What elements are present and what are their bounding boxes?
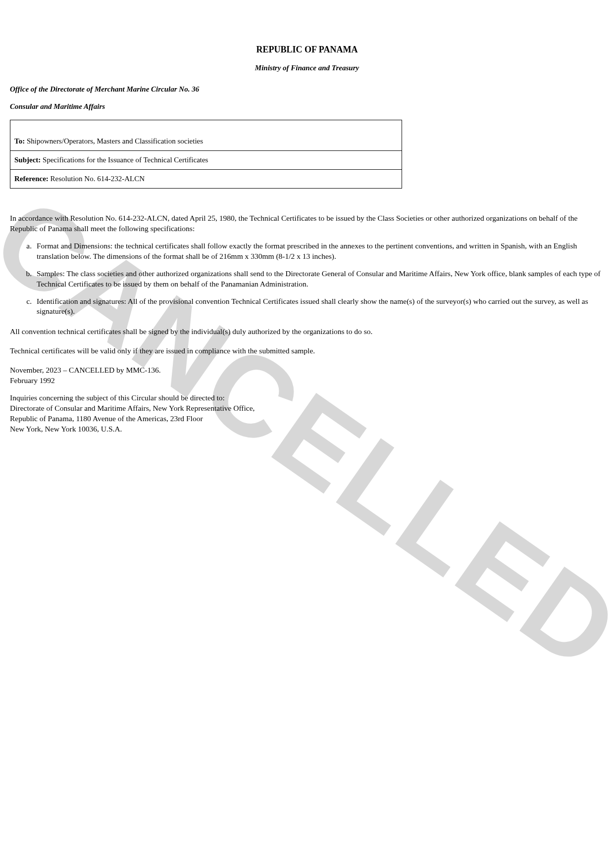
inquiries-block: Inquiries concerning the subject of this… (10, 393, 604, 434)
subject-label: Subject: (14, 156, 41, 164)
to-label: To: (14, 137, 25, 145)
to-value: Shipowners/Operators, Masters and Classi… (25, 137, 203, 145)
valid-paragraph: Technical certificates will be valid onl… (10, 346, 604, 356)
issued-line: February 1992 (10, 376, 604, 386)
subject-row: Subject: Specifications for the Issuance… (10, 150, 402, 169)
specification-list: Format and Dimensions: the technical cer… (10, 241, 604, 317)
affairs-line: Consular and Maritime Affairs (10, 102, 604, 111)
office-line: Office of the Directorate of Merchant Ma… (10, 85, 604, 94)
subject-value: Specifications for the Issuance of Techn… (41, 156, 208, 164)
spec-item-b: Samples: The class societies and other a… (34, 269, 604, 289)
header-box: To: Shipowners/Operators, Masters and Cl… (10, 120, 402, 189)
document-subtitle: Ministry of Finance and Treasury (10, 64, 604, 72)
intro-paragraph: In accordance with Resolution No. 614-23… (10, 213, 604, 234)
document-content: REPUBLIC OF PANAMA Ministry of Finance a… (10, 45, 604, 434)
spec-item-c: Identification and signatures: All of th… (34, 296, 604, 317)
reference-label: Reference: (14, 175, 49, 183)
inquiries-line-3: Republic of Panama, 1180 Avenue of the A… (10, 414, 604, 424)
reference-value: Resolution No. 614-232-ALCN (49, 175, 145, 183)
document-title: REPUBLIC OF PANAMA (10, 45, 604, 55)
to-row: To: Shipowners/Operators, Masters and Cl… (10, 120, 402, 150)
signed-paragraph: All convention technical certificates sh… (10, 327, 604, 337)
inquiries-line-2: Directorate of Consular and Maritime Aff… (10, 403, 604, 414)
cancelled-line: November, 2023 – CANCELLED by MMC-136. (10, 365, 604, 376)
reference-row: Reference: Resolution No. 614-232-ALCN (10, 169, 402, 188)
inquiries-line-4: New York, New York 10036, U.S.A. (10, 424, 604, 434)
dates-block: November, 2023 – CANCELLED by MMC-136. F… (10, 365, 604, 386)
spec-item-a: Format and Dimensions: the technical cer… (34, 241, 604, 262)
inquiries-line-1: Inquiries concerning the subject of this… (10, 393, 604, 403)
